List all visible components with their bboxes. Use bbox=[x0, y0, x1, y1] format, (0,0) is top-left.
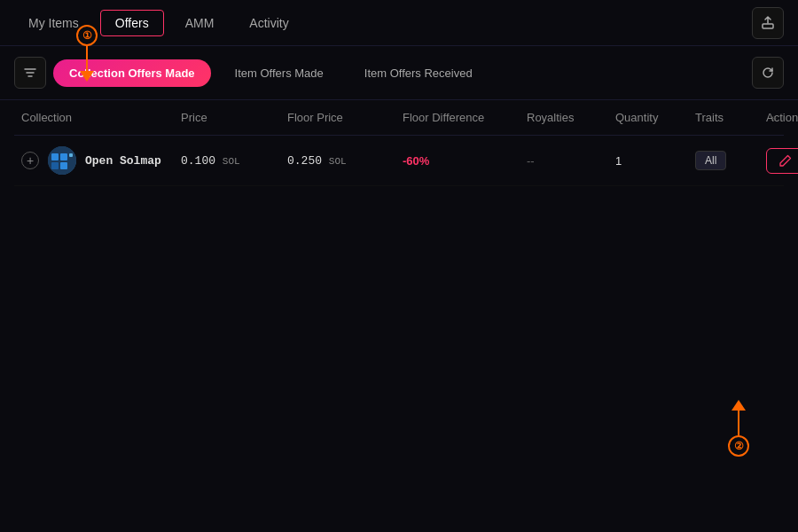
annotation-2: ② bbox=[728, 400, 749, 457]
svg-rect-5 bbox=[51, 153, 59, 160]
floor-diff-cell: -60% bbox=[403, 154, 527, 168]
table-row: + Open Solmap 0.100 SOL 0.250 SOL bbox=[14, 136, 784, 186]
filter-icon bbox=[23, 66, 37, 80]
nav-right bbox=[752, 7, 784, 39]
col-header-price: Price bbox=[181, 111, 287, 124]
floor-price-cell: 0.250 SOL bbox=[287, 154, 403, 168]
collection-avatar bbox=[48, 146, 76, 175]
filter-button[interactable] bbox=[14, 57, 46, 89]
export-icon bbox=[761, 16, 775, 30]
col-header-royalties: Royalties bbox=[527, 111, 615, 124]
royalties-cell: -- bbox=[527, 154, 615, 168]
tab-item-offers-received[interactable]: Item Offers Received bbox=[348, 59, 489, 88]
actions-cell: Edit bbox=[766, 146, 798, 175]
col-header-collection: Collection bbox=[21, 111, 181, 124]
floor-price-unit: SOL bbox=[329, 156, 347, 167]
arrow-line-2 bbox=[738, 411, 739, 435]
chevron-right-icon: » bbox=[771, 112, 777, 124]
col-header-traits: Traits bbox=[695, 111, 766, 124]
floor-price-value: 0.250 bbox=[287, 154, 322, 168]
tab-item-offers-made[interactable]: Item Offers Made bbox=[218, 59, 340, 88]
quantity-cell: 1 bbox=[615, 154, 695, 168]
edit-button[interactable]: Edit bbox=[766, 148, 798, 174]
svg-rect-8 bbox=[60, 162, 67, 169]
annotation-circle-2: ② bbox=[728, 435, 749, 457]
traits-badge: All bbox=[695, 151, 726, 170]
col-header-floor-price: Floor Price bbox=[287, 111, 403, 124]
col-header-floor-diff: Floor Difference bbox=[403, 111, 527, 124]
svg-rect-7 bbox=[51, 162, 59, 169]
tab-pills: Collection Offers Made Item Offers Made … bbox=[53, 59, 489, 88]
col-header-quantity: Quantity bbox=[615, 111, 695, 124]
arrow-up-2 bbox=[732, 400, 746, 411]
refresh-icon bbox=[761, 66, 775, 80]
nav-item-offers[interactable]: Offers bbox=[100, 10, 164, 36]
refresh-button[interactable] bbox=[752, 57, 784, 89]
edit-icon bbox=[779, 154, 792, 167]
nav-item-amm[interactable]: AMM bbox=[171, 11, 229, 35]
svg-rect-0 bbox=[763, 24, 773, 28]
traits-cell: All bbox=[695, 151, 766, 170]
nav-bar: My Items Offers AMM Activity bbox=[0, 0, 798, 46]
table-container: Collection Price Floor Price Floor Diffe… bbox=[0, 100, 798, 186]
nav-items: My Items Offers AMM Activity bbox=[14, 10, 303, 36]
table-header: Collection Price Floor Price Floor Diffe… bbox=[14, 100, 784, 136]
export-button[interactable] bbox=[752, 7, 784, 39]
collection-cell: + Open Solmap bbox=[21, 146, 181, 175]
add-collection-button[interactable]: + bbox=[21, 152, 39, 169]
avatar-image bbox=[48, 146, 76, 175]
price-unit: SOL bbox=[223, 156, 240, 167]
price-value: 0.100 bbox=[181, 154, 215, 168]
nav-item-my-items[interactable]: My Items bbox=[14, 11, 93, 35]
svg-rect-9 bbox=[69, 153, 73, 157]
collection-name: Open Solmap bbox=[85, 154, 161, 168]
svg-rect-6 bbox=[60, 153, 67, 160]
filter-bar: Collection Offers Made Item Offers Made … bbox=[0, 46, 798, 100]
nav-item-activity[interactable]: Activity bbox=[235, 11, 302, 35]
price-cell: 0.100 SOL bbox=[181, 154, 287, 168]
tab-collection-offers-made[interactable]: Collection Offers Made bbox=[53, 59, 211, 87]
